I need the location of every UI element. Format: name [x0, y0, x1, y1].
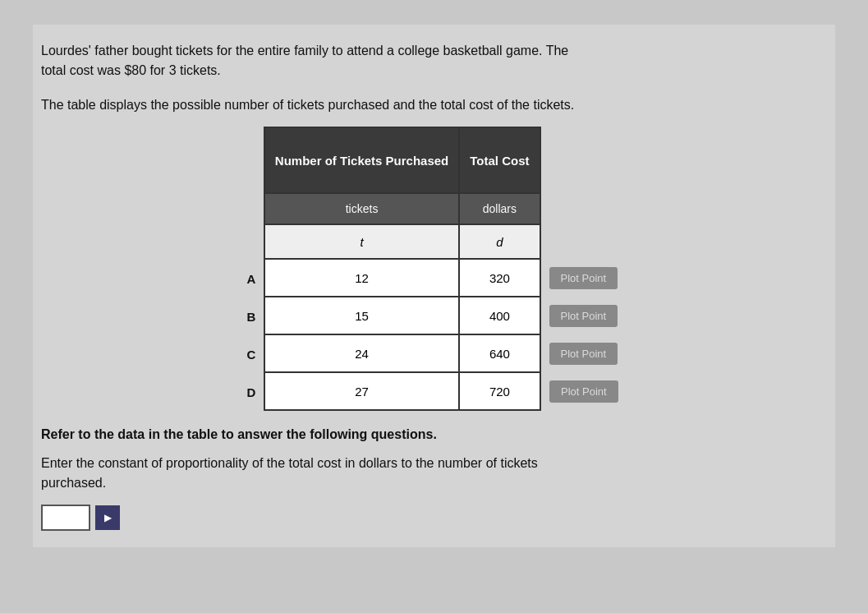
page-content: Lourdes' father bought tickets for the e…	[33, 25, 835, 547]
table-row: 27720Plot Point	[264, 372, 628, 410]
header-unit-col1: tickets	[264, 193, 459, 224]
plot-cell-a: Plot Point	[540, 259, 629, 297]
var-row: t d	[264, 224, 628, 259]
plot-cell-d: Plot Point	[540, 372, 629, 410]
var-col1: t	[264, 224, 459, 259]
var-col2: d	[459, 224, 540, 259]
plot-point-button-c[interactable]: Plot Point	[549, 343, 618, 365]
answer-submit-button[interactable]	[95, 505, 120, 530]
table-intro-text: The table displays the possible number o…	[41, 95, 747, 115]
intro-line2: total cost was $80 for 3 tickets.	[41, 63, 221, 77]
refer-text: Refer to the data in the table to answer…	[41, 427, 747, 442]
row-label-d: D	[239, 373, 264, 411]
plot-cell-c: Plot Point	[540, 334, 629, 372]
tickets-cell-d: 27	[264, 372, 459, 410]
enter-text-line1: Enter the constant of proportionality of…	[41, 456, 538, 470]
answer-row	[41, 505, 827, 531]
table-header-row-2: tickets dollars	[264, 193, 628, 224]
intro-paragraph: Lourdes' father bought tickets for the e…	[41, 41, 747, 81]
table-row: 12320Plot Point	[264, 259, 628, 297]
row-label-a: A	[239, 260, 264, 297]
tickets-cell-c: 24	[264, 334, 459, 372]
cost-cell-b: 400	[459, 297, 540, 334]
row-labels: ABCD	[239, 127, 264, 411]
intro-line1: Lourdes' father bought tickets for the e…	[41, 44, 568, 58]
row-label-c: C	[239, 335, 264, 373]
table-row: 24640Plot Point	[264, 334, 628, 372]
data-table: Number of Tickets Purchased Total Cost t…	[264, 127, 629, 411]
cost-cell-c: 640	[459, 334, 540, 372]
cost-cell-a: 320	[459, 259, 540, 297]
row-label-b: B	[239, 297, 264, 335]
enter-text-line2: purchased.	[41, 476, 106, 490]
plot-point-button-d[interactable]: Plot Point	[549, 380, 618, 403]
table-header-row-1: Number of Tickets Purchased Total Cost	[264, 127, 628, 193]
table-wrapper: ABCD Number of Tickets Purchased Total C…	[239, 127, 629, 411]
plot-point-button-b[interactable]: Plot Point	[549, 305, 618, 327]
header-col2: Total Cost	[459, 127, 540, 193]
answer-input[interactable]	[41, 505, 90, 531]
enter-text: Enter the constant of proportionality of…	[41, 454, 747, 493]
header-unit-col2: dollars	[459, 193, 540, 224]
header-col1: Number of Tickets Purchased	[264, 127, 459, 193]
plot-cell-b: Plot Point	[540, 297, 629, 334]
cost-cell-d: 720	[459, 372, 540, 410]
tickets-cell-b: 15	[264, 297, 459, 334]
table-section: ABCD Number of Tickets Purchased Total C…	[41, 127, 827, 411]
tickets-cell-a: 12	[264, 259, 459, 297]
table-row: 15400Plot Point	[264, 297, 628, 334]
plot-point-button-a[interactable]: Plot Point	[549, 267, 618, 289]
